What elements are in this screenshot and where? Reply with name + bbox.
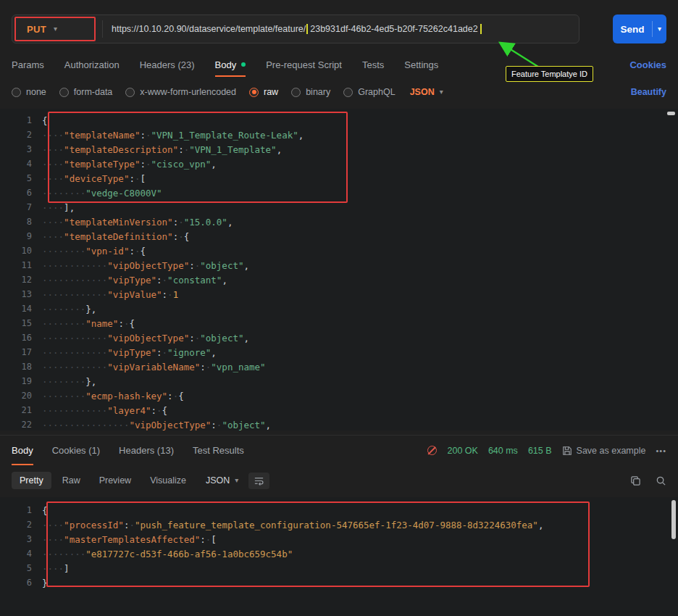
cookies-link[interactable]: Cookies	[629, 59, 666, 70]
response-tab-cookies-1[interactable]: Cookies (1)	[52, 436, 100, 465]
send-options-chevron-icon[interactable]: ▾	[653, 25, 666, 33]
response-tab-body[interactable]: Body	[12, 436, 33, 465]
tab-body[interactable]: Body	[215, 52, 246, 77]
response-tab-test-results[interactable]: Test Results	[193, 436, 244, 465]
view-mode-raw[interactable]: Raw	[54, 472, 88, 489]
radio-icon	[291, 88, 301, 97]
response-language-selector[interactable]: JSON ▾	[206, 475, 238, 486]
code-line: 22················"vipObjectType":·"obje…	[0, 417, 678, 430]
body-type-form-data[interactable]: form-data	[59, 87, 113, 97]
wrap-text-button[interactable]	[248, 473, 269, 489]
code-line: 9····"templateDefinition":·{	[0, 229, 678, 244]
more-actions-button[interactable]: •••	[656, 446, 666, 455]
code-text: ····"masterTemplatesAffected":·[	[42, 534, 217, 545]
body-type-none[interactable]: none	[12, 87, 46, 97]
response-time: 640 ms	[488, 446, 518, 456]
view-mode-visualize[interactable]: Visualize	[142, 472, 194, 489]
beautify-link[interactable]: Beautify	[631, 87, 666, 97]
option-label: binary	[306, 87, 330, 97]
code-line: 13············"vipValue":·1	[0, 287, 678, 301]
tab-label: Headers (13)	[119, 445, 174, 456]
ssl-warning-icon[interactable]	[427, 446, 437, 455]
body-type-binary[interactable]: binary	[291, 87, 330, 97]
code-text: ············"vipObjectType":·"object",	[42, 333, 249, 344]
tab-headers-23[interactable]: Headers (23)	[140, 52, 195, 77]
body-type-options: noneform-datax-www-form-urlencodedrawbin…	[12, 87, 396, 97]
body-type-x-www-form-urlencoded[interactable]: x-www-form-urlencoded	[125, 87, 236, 97]
line-number: 18	[0, 362, 42, 372]
tab-label: Cookies (1)	[52, 445, 100, 456]
line-number: 3	[0, 144, 42, 154]
line-number: 12	[0, 275, 42, 285]
line-number: 16	[0, 333, 42, 343]
chevron-down-icon: ▾	[54, 25, 57, 33]
code-line: 12············"vipType":·"constant",	[0, 272, 678, 287]
option-label: GraphQL	[358, 87, 395, 97]
response-tabs-row: BodyCookies (1)Headers (13)Test Results …	[0, 435, 678, 465]
response-tab-headers-13[interactable]: Headers (13)	[119, 436, 174, 465]
code-line: 18············"vipVariableName":·"vpn_na…	[0, 359, 678, 374]
tab-label: Raw	[62, 475, 80, 486]
code-line: 2····"processId":·"push_feature_template…	[0, 517, 678, 532]
tab-label: Params	[12, 59, 44, 70]
postman-app: PUT ▾ https://10.10.20.90/dataservice/te…	[0, 0, 678, 616]
code-text: ····],	[42, 202, 75, 213]
save-as-example-button[interactable]: Save as example	[562, 446, 646, 456]
send-button[interactable]: Send ▾	[613, 14, 666, 43]
code-text: ················"vipObjectType":·"object…	[42, 420, 271, 430]
tab-settings[interactable]: Settings	[404, 52, 438, 77]
line-number: 6	[0, 188, 42, 198]
tab-params[interactable]: Params	[12, 52, 44, 77]
code-line: 4········"e817727c-d53f-466b-af56-1a0bc6…	[0, 546, 678, 561]
code-line: 3····"masterTemplatesAffected":·[	[0, 532, 678, 546]
body-type-raw[interactable]: raw	[249, 87, 278, 97]
scrollbar-thumb[interactable]	[667, 112, 675, 115]
view-mode-preview[interactable]: Preview	[91, 472, 139, 489]
code-text: ········"vpn-id":·{	[42, 246, 146, 257]
code-line: 4····"templateType":·"cisco_vpn",	[0, 157, 678, 171]
request-url-bar: PUT ▾ https://10.10.20.90/dataservice/te…	[12, 14, 666, 43]
copy-button[interactable]	[630, 475, 641, 486]
chevron-down-icon: ▾	[235, 477, 238, 484]
chevron-down-icon: ▾	[440, 88, 443, 96]
tab-label: Authorization	[64, 59, 120, 70]
scrollbar-thumb[interactable]	[671, 500, 676, 539]
code-text: {	[42, 505, 48, 516]
line-number: 11	[0, 260, 42, 270]
response-view-modes: PrettyRawPreviewVisualize	[12, 472, 194, 489]
tab-authorization[interactable]: Authorization	[64, 52, 120, 77]
line-number: 15	[0, 318, 42, 328]
code-text: ····"templateMinVersion":·"15.0.0",	[42, 217, 233, 228]
url-input[interactable]: https://10.10.20.90/dataservice/template…	[103, 24, 579, 34]
request-tabs: ParamsAuthorizationHeaders (23)BodyPre-r…	[12, 52, 438, 77]
code-line: 5····"deviceType":·[	[0, 171, 678, 186]
code-text: ········},	[42, 376, 96, 387]
search-button[interactable]	[656, 475, 666, 486]
line-number: 22	[0, 420, 42, 430]
response-meta: 200 OK 640 ms 615 B Save as example •••	[427, 436, 666, 465]
line-number: 4	[0, 549, 42, 559]
code-text: ····"templateDefinition":·{	[42, 231, 189, 242]
code-line: 6········"vedge-C8000V"	[0, 186, 678, 200]
status-badge: 200 OK	[447, 446, 477, 456]
wrap-text-icon	[254, 475, 264, 486]
request-body-editor[interactable]: 1{2····"templateName":·"VPN_1_Template_R…	[0, 109, 678, 430]
method-selector[interactable]: PUT ▾	[12, 15, 102, 43]
url-template-id-highlighted: 23b931df-46b2-4ed5-b20f-75262c41ade2	[306, 24, 481, 34]
tab-label: Pretty	[20, 475, 43, 486]
body-type-graphql[interactable]: GraphQL	[343, 87, 395, 97]
tab-label: Tests	[362, 59, 384, 70]
language-selector[interactable]: JSON ▾	[410, 87, 443, 97]
view-mode-pretty[interactable]: Pretty	[12, 472, 51, 489]
response-body-editor[interactable]: 1{2····"processId":·"push_feature_templa…	[0, 497, 678, 616]
code-line: 20········"ecmp-hash-key":·{	[0, 388, 678, 403]
code-line: 1{	[0, 503, 678, 517]
tab-pre-request-script[interactable]: Pre-request Script	[266, 52, 342, 77]
code-line: 16············"vipObjectType":·"object",	[0, 330, 678, 345]
tab-tests[interactable]: Tests	[362, 52, 384, 77]
option-label: raw	[264, 87, 278, 97]
code-text: ············"vipType":·"ignore",	[42, 347, 217, 358]
response-toolbar-right	[630, 475, 666, 486]
line-number: 5	[0, 563, 42, 573]
line-number: 21	[0, 405, 42, 415]
